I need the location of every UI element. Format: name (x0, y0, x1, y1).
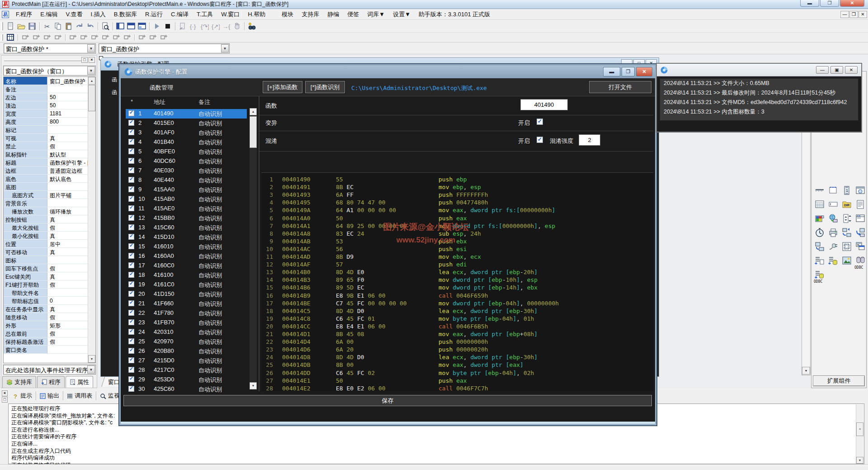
property-row[interactable]: 左边50 (4, 93, 88, 101)
window-selector-combo[interactable]: 窗口_函数保护 *▼ (4, 43, 96, 53)
property-row[interactable]: 背景音乐 (4, 199, 88, 207)
menu-item[interactable]: H.帮助 (244, 9, 269, 20)
function-checkbox[interactable] (128, 376, 134, 382)
layout-left-icon[interactable] (115, 21, 126, 31)
minimize-button[interactable]: ▬ (800, 0, 819, 7)
list-database-icon[interactable] (827, 255, 839, 266)
dialog-minimize-button[interactable]: ▬ (603, 67, 620, 76)
combo-dropdown-icon[interactable]: ▼ (221, 44, 229, 52)
redo-icon[interactable] (74, 21, 85, 31)
property-row[interactable]: 顶边50 (4, 101, 88, 109)
function-row[interactable]: 4401B40自动识别 (126, 138, 247, 147)
function-checkbox[interactable] (128, 167, 134, 173)
output-close-button[interactable]: × (2, 390, 8, 396)
menu-item[interactable]: T.工具 (193, 9, 217, 20)
function-checkbox[interactable] (128, 120, 134, 126)
layout-top-icon[interactable] (126, 21, 137, 31)
computer-sync-icon[interactable] (841, 227, 853, 238)
align-center-h-icon[interactable] (67, 33, 78, 42)
panel-float-button[interactable]: □ (81, 57, 88, 63)
panel-close-button[interactable]: × (89, 57, 95, 63)
log-minimize-button[interactable]: — (816, 66, 829, 74)
function-row[interactable]: 164160A0自动识别 (126, 252, 247, 261)
tab-调用表[interactable]: 调用表 (64, 390, 95, 401)
menu-item[interactable]: 模块 (278, 9, 297, 20)
property-row[interactable]: 位置居中 (4, 240, 88, 248)
function-row[interactable]: 284217C0自动识别 (126, 366, 247, 375)
menu-item[interactable]: F.程序 (12, 9, 36, 20)
plug-connector-icon[interactable] (827, 241, 839, 252)
function-row[interactable]: 2041D150自动识别 (126, 290, 247, 299)
property-row[interactable]: 外形矩形 (4, 321, 88, 329)
function-row[interactable]: 3401AF0自动识别 (126, 128, 247, 138)
function-checkbox[interactable] (128, 357, 134, 363)
cut-icon[interactable]: ✂ (42, 21, 52, 31)
tab-支持库[interactable]: 支持库 (2, 376, 36, 388)
function-checkbox[interactable] (128, 262, 134, 268)
function-checkbox[interactable] (128, 158, 134, 164)
function-checkbox[interactable] (128, 329, 134, 335)
function-checkbox[interactable] (128, 196, 134, 202)
property-row[interactable]: 标记 (4, 126, 88, 134)
step-page-icon[interactable] (177, 21, 188, 31)
menu-item[interactable]: 词库▼ (363, 9, 389, 20)
function-address-input[interactable]: 401490 (520, 99, 568, 110)
find-in-file-icon[interactable] (100, 21, 111, 31)
step-to-icon[interactable]: →{ (221, 21, 231, 31)
updown-spinner-icon[interactable] (841, 213, 853, 224)
odbc-database-icon[interactable] (814, 269, 826, 280)
function-row[interactable]: 26420B80自动识别 (126, 347, 247, 356)
combo-dropdown-icon[interactable]: ▼ (87, 44, 95, 52)
menu-item[interactable]: V.查看 (61, 9, 86, 20)
function-row[interactable]: 2241F780自动识别 (126, 309, 247, 318)
step-into-icon[interactable]: {·} (188, 21, 199, 31)
function-row[interactable]: 15416010自动识别 (126, 242, 247, 252)
identify-function-button[interactable]: [*]函数识别 (305, 81, 345, 93)
function-checkbox[interactable] (128, 338, 134, 344)
combo-dropdown-icon[interactable]: ▼ (87, 366, 95, 374)
tab-输出[interactable]: 输出 (37, 390, 62, 401)
same-height-icon[interactable] (147, 33, 158, 42)
property-row[interactable]: 禁止假 (4, 142, 88, 150)
property-row[interactable]: 高度800 (4, 118, 88, 126)
undo-icon[interactable] (85, 21, 96, 31)
printer-icon[interactable] (827, 227, 839, 238)
function-checkbox[interactable] (128, 224, 134, 230)
function-row[interactable]: 274215D0自动识别 (126, 356, 247, 366)
calendar-grid-icon[interactable] (814, 199, 826, 210)
property-row[interactable]: 最小化按钮真 (4, 232, 88, 240)
function-row[interactable]: 14415D10自动识别 (126, 233, 247, 242)
menu-item[interactable]: B.数据库 (110, 9, 141, 20)
add-bottom-icon[interactable] (52, 33, 63, 42)
menu-item[interactable]: I.插入 (87, 9, 110, 20)
log-maximize-button[interactable]: ▣ (830, 66, 843, 74)
align-top-icon[interactable] (89, 33, 100, 42)
menu-item[interactable]: C.编译 (167, 9, 193, 20)
function-checkbox[interactable] (128, 367, 134, 373)
property-row[interactable]: 回车下移焦点假 (4, 264, 88, 272)
form-grid-icon[interactable] (5, 33, 16, 42)
browser-window-icon[interactable] (854, 185, 866, 196)
combo-dropdown-icon[interactable]: ▼ (87, 66, 95, 75)
dialog-maximize-button[interactable]: ❐ (622, 67, 635, 76)
output-float-button[interactable]: □ (2, 397, 8, 403)
network-globe-icon[interactable] (827, 213, 839, 224)
output-scrollbar[interactable]: ≡ ▼ (856, 404, 863, 464)
menu-item[interactable]: E.编辑 (36, 9, 61, 20)
property-row[interactable]: 标题函数保护引擎 - 配置 (4, 158, 88, 166)
function-row[interactable]: 18416100自动识别 (126, 271, 247, 280)
property-scrollbar[interactable]: ▲▼ (88, 77, 95, 363)
function-row[interactable]: 24015E0自动识别 (126, 119, 247, 128)
property-row[interactable]: Esc键关闭真 (4, 272, 88, 280)
function-row[interactable]: 9415AA0自动识别 (126, 185, 247, 195)
edit-box-icon[interactable] (827, 199, 839, 210)
property-row[interactable]: 窗口类名 (4, 346, 88, 354)
dialog-close-button[interactable]: ✕ (636, 67, 652, 76)
function-row[interactable]: 1401490自动识别 (126, 109, 247, 119)
mdi-close-button[interactable]: ✕ (859, 11, 867, 18)
step-over-icon[interactable]: {↷} (199, 21, 210, 31)
menu-item[interactable]: 静编 (323, 9, 343, 20)
tab-属性[interactable]: 属性 (66, 376, 93, 388)
function-checkbox[interactable] (128, 291, 134, 297)
property-row[interactable]: 播放次数循环播放 (4, 207, 88, 215)
